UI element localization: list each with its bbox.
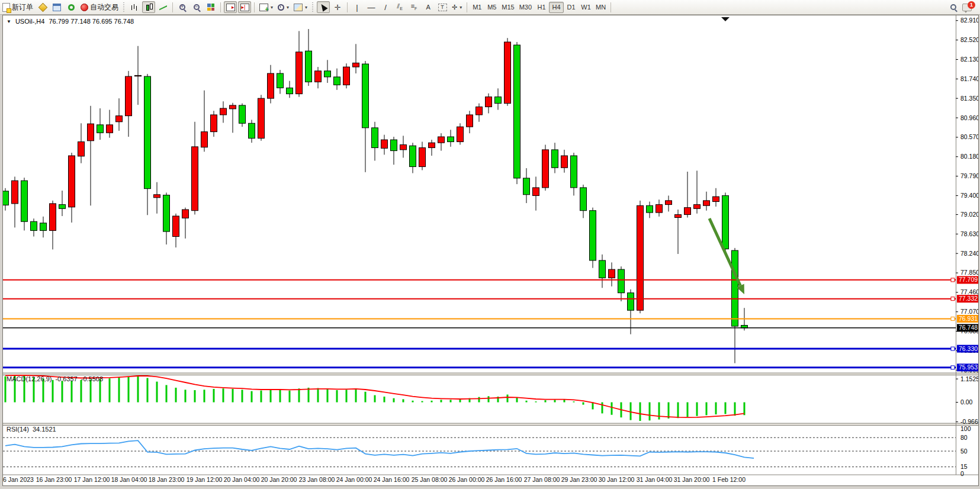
time-axis-label[interactable]: 1 Feb 12:00	[712, 476, 746, 483]
time-axis-label[interactable]: 16 Jan 23:00	[36, 476, 72, 483]
time-axis-label[interactable]: 23 Jan 08:00	[299, 476, 335, 483]
zoom-out-button[interactable]: −	[190, 1, 203, 13]
line-handle[interactable]	[951, 347, 955, 350]
time-axis-label[interactable]: 18 Jan 23:00	[149, 476, 185, 483]
chart-window[interactable]: 82.91082.52082.13081.74081.35080.96080.5…	[2, 15, 979, 486]
time-axis-label[interactable]: 16 Jan 2023	[3, 476, 34, 483]
indicators-button[interactable]: +▾	[258, 1, 275, 13]
timeframe-mn[interactable]: MN	[593, 2, 608, 13]
candle-body	[343, 67, 350, 85]
timeframe-m30[interactable]: M30	[517, 2, 534, 13]
panel-separator[interactable]	[3, 373, 978, 375]
auto-trading-button[interactable]: 自动交易	[79, 1, 120, 13]
price-axis-label: 80.960	[960, 114, 978, 121]
candle-body	[126, 76, 132, 116]
periods-icon	[278, 4, 284, 11]
macd-histogram-bar	[223, 388, 224, 402]
text-label-button[interactable]: T	[436, 1, 449, 13]
candle-body	[12, 181, 18, 204]
profiles-button[interactable]	[36, 1, 49, 13]
time-axis-label[interactable]: 19 Jan 12:00	[187, 476, 223, 483]
timeframe-d1[interactable]: D1	[564, 2, 579, 13]
text-button[interactable]: A	[422, 1, 435, 13]
zoom-in-icon: +	[179, 4, 185, 10]
time-axis-label[interactable]: 20 Jan 04:00	[224, 476, 260, 483]
search-icon[interactable]	[950, 4, 956, 10]
time-axis-label[interactable]: 26 Jan 16:00	[486, 476, 522, 483]
line-chart-button[interactable]	[156, 1, 169, 13]
vertical-line-button[interactable]: |	[351, 1, 364, 13]
arrows-button[interactable]: ✢▾	[450, 1, 464, 13]
candlestick-chart-button[interactable]	[142, 1, 155, 13]
bar-chart-button[interactable]	[128, 1, 141, 13]
macd-histogram-bar	[147, 378, 149, 402]
chart-ohlc-values: 76.799 77.148 76.695 76.748	[49, 18, 134, 25]
macd-histogram-bar	[460, 399, 461, 402]
time-axis-label[interactable]: 20 Jan 20:00	[261, 476, 297, 483]
macd-histogram-bar	[166, 385, 168, 402]
macd-main-value: -0.6357	[55, 375, 77, 382]
chart-dropdown-icon[interactable]: ▼	[7, 19, 11, 24]
candle-body	[324, 71, 331, 77]
chart-shift-button[interactable]: ▸|	[238, 1, 251, 13]
notifications-icon[interactable]: 1	[962, 4, 972, 11]
toolbar-grip[interactable]	[311, 2, 314, 12]
toolbar-grip[interactable]	[123, 2, 126, 12]
line-handle[interactable]	[951, 278, 955, 282]
chart-canvas[interactable]: 82.91082.52082.13081.74081.35080.96080.5…	[3, 15, 978, 485]
zoom-in-button[interactable]: +	[176, 1, 189, 13]
time-axis-label[interactable]: 29 Jan 23:00	[561, 476, 597, 483]
macd-histogram-bar	[374, 395, 376, 403]
price-axis-label: 77.850	[960, 269, 978, 276]
templates-button[interactable]: ▾	[292, 1, 309, 13]
trendline-button[interactable]: /	[379, 1, 392, 13]
candle-body	[154, 195, 160, 198]
line-handle[interactable]	[951, 366, 955, 369]
time-axis-label[interactable]: 24 Jan 16:00	[374, 476, 410, 483]
chart-shift-marker[interactable]	[721, 17, 730, 21]
macd-histogram-bar	[279, 390, 281, 403]
candle-body	[78, 141, 85, 156]
timeframe-m5[interactable]: M5	[484, 2, 499, 13]
chart-symbol-period: USOil-,H4	[15, 18, 45, 25]
macd-histogram-bar	[242, 390, 243, 402]
channel-button[interactable]: ⫽E	[393, 1, 406, 13]
periods-button[interactable]: ▾	[276, 1, 291, 13]
text-label-icon: T	[438, 4, 447, 11]
time-axis-label[interactable]: 31 Jan 04:00	[637, 476, 673, 483]
time-axis-label[interactable]: 27 Jan 08:00	[524, 476, 560, 483]
market-watch-button[interactable]	[50, 1, 63, 13]
new-order-button[interactable]: 新订单	[1, 1, 35, 13]
candle-body	[410, 146, 416, 166]
signals-button[interactable]	[65, 1, 78, 13]
horizontal-line-button[interactable]: —	[365, 1, 378, 13]
price-axis-label: 79.020	[960, 211, 978, 218]
macd-histogram-bar	[516, 398, 518, 403]
time-axis-label[interactable]: 24 Jan 00:00	[336, 476, 372, 483]
line-handle[interactable]	[951, 297, 955, 301]
crosshair-button[interactable]: ✛	[331, 1, 344, 13]
fibonacci-button[interactable]: ≡F	[407, 1, 420, 13]
timeframe-h1[interactable]: H1	[534, 2, 549, 13]
line-handle[interactable]	[951, 317, 955, 320]
panel-separator[interactable]	[3, 423, 978, 426]
auto-scroll-button[interactable]: ▸	[224, 1, 237, 13]
candle-body	[666, 201, 672, 205]
horizontal-line-icon: —	[368, 4, 375, 11]
time-axis-label[interactable]: 18 Jan 04:00	[111, 476, 147, 483]
time-axis-label[interactable]: 26 Jan 00:00	[449, 476, 485, 483]
time-axis-label[interactable]: 30 Jan 12:00	[599, 476, 635, 483]
timeframe-w1[interactable]: W1	[579, 2, 593, 13]
candle-body	[362, 64, 369, 128]
candle-body	[448, 137, 454, 141]
time-axis-label[interactable]: 17 Jan 12:00	[74, 476, 110, 483]
cursor-button[interactable]	[317, 1, 330, 13]
timeframe-m1[interactable]: M1	[470, 2, 484, 13]
time-axis-label[interactable]: 31 Jan 20:00	[674, 476, 710, 483]
channel-icon: ⫽E	[397, 3, 403, 11]
time-axis-label[interactable]: 25 Jan 08:00	[412, 476, 448, 483]
timeframe-h4[interactable]: H4	[549, 2, 564, 13]
tile-windows-button[interactable]	[204, 1, 217, 13]
candle-body	[277, 73, 284, 88]
timeframe-m15[interactable]: M15	[499, 2, 516, 13]
